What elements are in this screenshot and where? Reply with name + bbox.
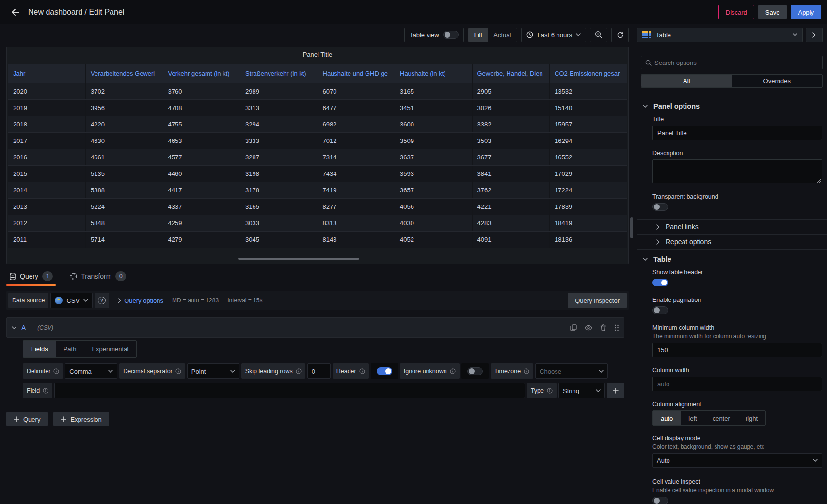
align-auto-option[interactable]: auto bbox=[653, 411, 681, 425]
column-header[interactable]: Verkehr gesamt (in kt) bbox=[163, 64, 240, 83]
table-cell: 4259 bbox=[163, 215, 240, 231]
align-left-option[interactable]: left bbox=[681, 411, 704, 425]
column-width-input[interactable] bbox=[652, 377, 822, 391]
hide-query-button[interactable] bbox=[585, 325, 592, 331]
refresh-button[interactable] bbox=[611, 28, 629, 42]
options-search[interactable] bbox=[641, 56, 823, 69]
query-row-actions bbox=[570, 324, 619, 331]
drag-handle[interactable] bbox=[614, 324, 619, 331]
table-cell: 3045 bbox=[240, 231, 318, 248]
cell-value-inspect-toggle[interactable] bbox=[652, 497, 668, 504]
table-cell: 2012 bbox=[8, 215, 86, 231]
duplicate-query-button[interactable] bbox=[570, 324, 577, 331]
tab-path[interactable]: Path bbox=[56, 341, 84, 357]
align-center-option[interactable]: center bbox=[705, 411, 738, 425]
table-options-section-header[interactable]: Table bbox=[637, 250, 827, 265]
transparent-background-toggle[interactable] bbox=[652, 203, 668, 211]
actual-option[interactable]: Actual bbox=[488, 28, 517, 42]
field-type-select[interactable]: String bbox=[558, 383, 605, 398]
table-view-label: Table view bbox=[410, 32, 439, 39]
table-cell: 3287 bbox=[240, 149, 318, 165]
skip-leading-rows-input[interactable] bbox=[307, 363, 331, 379]
column-header[interactable]: Verarbeitendes Gewerl bbox=[86, 64, 163, 83]
table-cell: 6070 bbox=[318, 83, 395, 99]
table-cell: 3702 bbox=[86, 83, 163, 99]
add-query-button[interactable]: Query bbox=[6, 412, 48, 426]
table-row: 201157144279304581434052409118136 bbox=[8, 231, 627, 248]
collapse-chevron-icon[interactable] bbox=[12, 326, 16, 329]
horizontal-scrollbar[interactable] bbox=[238, 258, 359, 260]
options-search-input[interactable] bbox=[654, 59, 818, 66]
column-header[interactable]: CO2-Emissionen gesar bbox=[550, 64, 627, 83]
delimiter-select[interactable]: Comma bbox=[65, 363, 117, 379]
repeat-options-section[interactable]: Repeat options bbox=[637, 235, 827, 249]
header-toggle[interactable] bbox=[377, 367, 392, 375]
table-cell: 4661 bbox=[86, 149, 163, 165]
add-expression-button[interactable]: Expression bbox=[53, 412, 109, 426]
table-cell: 4460 bbox=[163, 165, 240, 182]
collapse-options-button[interactable] bbox=[806, 28, 823, 42]
panel-options-section-header[interactable]: Panel options bbox=[637, 96, 827, 112]
enable-pagination-toggle[interactable] bbox=[652, 306, 668, 314]
fill-option[interactable]: Fill bbox=[468, 28, 488, 42]
column-header[interactable]: Gewerbe, Handel, Dien bbox=[472, 64, 550, 83]
cell-display-mode-label: Cell display mode bbox=[652, 435, 822, 441]
visualization-row: Table bbox=[637, 28, 823, 42]
field-name-input[interactable] bbox=[54, 383, 525, 398]
column-header[interactable]: Haushalte und GHD ge bbox=[318, 64, 395, 83]
decimal-separator-select[interactable]: Point bbox=[187, 363, 239, 379]
clock-icon bbox=[526, 32, 533, 38]
tab-experimental[interactable]: Experimental bbox=[84, 341, 136, 357]
delete-query-button[interactable] bbox=[600, 324, 606, 331]
table-view-toggle[interactable] bbox=[443, 31, 459, 39]
table-cell: 3033 bbox=[240, 215, 318, 231]
back-button[interactable] bbox=[6, 3, 25, 21]
timezone-select[interactable]: Choose bbox=[535, 363, 608, 379]
chevron-down-icon bbox=[643, 105, 648, 108]
cell-display-mode-select[interactable]: Auto bbox=[652, 453, 822, 468]
info-icon bbox=[547, 388, 553, 394]
table-cell: 18136 bbox=[550, 231, 627, 248]
align-right-option[interactable]: right bbox=[738, 411, 765, 425]
table-row: 201842204755329469823600338215957 bbox=[8, 116, 627, 132]
fill-actual-segmented: Fill Actual bbox=[468, 28, 518, 42]
show-table-header-toggle[interactable] bbox=[652, 279, 668, 286]
discard-button[interactable]: Discard bbox=[718, 5, 754, 19]
tab-transform[interactable]: Transform 0 bbox=[67, 267, 129, 286]
datasource-help-button[interactable]: ? bbox=[95, 293, 109, 308]
column-header[interactable]: Straßenverkehr (in kt) bbox=[240, 64, 318, 83]
chevron-right-icon[interactable] bbox=[118, 298, 121, 303]
table-cell: 17224 bbox=[550, 182, 627, 198]
info-icon bbox=[43, 388, 48, 394]
min-column-width-input[interactable] bbox=[652, 343, 822, 357]
panel-title-input[interactable] bbox=[652, 126, 822, 140]
apply-button[interactable]: Apply bbox=[791, 5, 821, 19]
panel-links-section[interactable]: Panel links bbox=[637, 220, 827, 234]
tab-fields[interactable]: Fields bbox=[23, 341, 56, 357]
chevron-right-icon bbox=[812, 32, 816, 38]
column-header[interactable]: Haushalte (in kt) bbox=[395, 64, 473, 83]
zoom-out-time-button[interactable] bbox=[590, 28, 607, 42]
query-row-header[interactable]: A (CSV) bbox=[6, 317, 624, 338]
table-row: 201939564708331364773451302615140 bbox=[8, 99, 627, 116]
tab-overrides[interactable]: Overrides bbox=[732, 75, 823, 87]
description-label: Description bbox=[652, 150, 822, 157]
panel-description-textarea[interactable] bbox=[652, 159, 822, 183]
vertical-scrollbar[interactable] bbox=[630, 217, 633, 238]
add-field-button[interactable] bbox=[607, 383, 624, 398]
tab-query[interactable]: Query 1 bbox=[6, 267, 56, 286]
table-row: 202037023760298960703165290513532 bbox=[8, 83, 627, 99]
visualization-picker[interactable]: Table bbox=[637, 28, 803, 42]
datasource-picker[interactable]: CSV bbox=[50, 293, 93, 308]
save-button[interactable]: Save bbox=[758, 5, 787, 19]
ignore-unknown-toggle[interactable] bbox=[467, 367, 483, 375]
info-icon bbox=[359, 368, 365, 374]
column-width-field: Column width bbox=[652, 367, 822, 391]
query-inspector-button[interactable]: Query inspector bbox=[568, 293, 627, 308]
database-icon bbox=[9, 273, 16, 280]
query-options-link[interactable]: Query options bbox=[124, 297, 163, 304]
options-filter-tabs: All Overrides bbox=[641, 74, 823, 88]
column-header[interactable]: Jahr bbox=[8, 64, 86, 83]
tab-all[interactable]: All bbox=[641, 75, 732, 87]
time-range-picker[interactable]: Last 6 hours bbox=[521, 28, 586, 42]
